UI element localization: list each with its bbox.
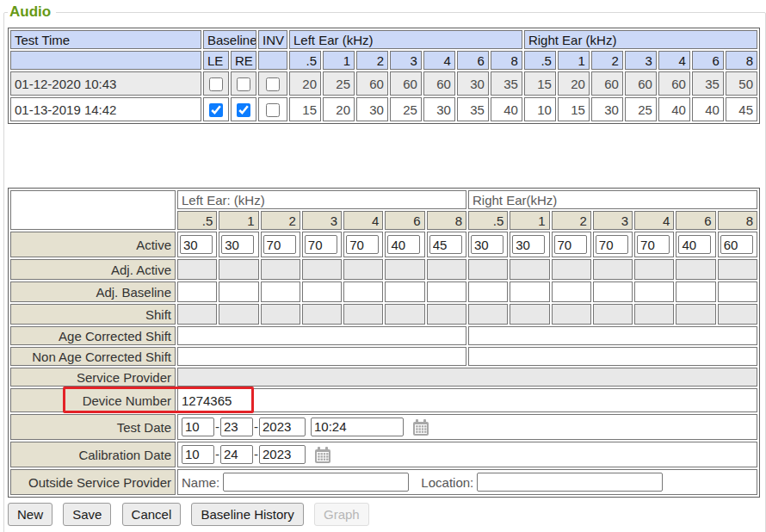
- age-corrected-shift-right-cell: [468, 326, 757, 345]
- baseline-re-checkbox[interactable]: [237, 77, 250, 91]
- active-le-3-input[interactable]: [305, 235, 337, 254]
- active-le-2-input[interactable]: [263, 235, 296, 254]
- active-le-8-input[interactable]: [429, 235, 462, 254]
- threshold-cell: 40: [658, 97, 690, 121]
- service-provider-row: Service Provider: [10, 368, 757, 387]
- adj-active-cell: [385, 259, 424, 280]
- date-separator: -: [254, 419, 258, 434]
- non-age-corrected-shift-label: Non Age Corrected Shift: [10, 347, 176, 366]
- threshold-cell: 25: [390, 97, 422, 121]
- adj-baseline-row-label: Adj. Baseline: [10, 281, 176, 302]
- audio-history-table: Test Time Baseline INV Left Ear (kHz) Ri…: [8, 28, 760, 124]
- adj-active-cell: [302, 259, 342, 280]
- new-button[interactable]: New: [8, 503, 53, 526]
- freq-header-cell: 4: [343, 211, 383, 230]
- outside-service-provider-row: Outside Service Provider Name: Location:: [10, 469, 757, 495]
- active-re-8-input[interactable]: [720, 235, 753, 254]
- threshold-cell: 25: [323, 71, 355, 96]
- graph-button: Graph: [314, 503, 369, 526]
- osp-name-input[interactable]: [223, 473, 409, 492]
- active-le-6-input[interactable]: [387, 235, 420, 254]
- col-right-ear: Right Ear (kHz): [524, 30, 757, 49]
- col-left-ear: Left Ear (kHz): [289, 30, 522, 49]
- adj-active-cell: [676, 259, 715, 280]
- active-row-label: Active: [10, 232, 176, 257]
- active-re-4-input[interactable]: [637, 235, 670, 254]
- calibration-month-input[interactable]: [182, 445, 214, 464]
- inv-checkbox[interactable]: [266, 103, 280, 117]
- adj-baseline-cell: [261, 281, 300, 302]
- baseline-re-checkbox[interactable]: [237, 103, 250, 117]
- history-row[interactable]: 01-12-2020 10:43 20 25 60 60 60 30 35 15…: [10, 71, 757, 96]
- active-re-3-input[interactable]: [596, 235, 628, 254]
- baseline-le-cell: [203, 71, 229, 96]
- freq-header-cell: 1: [558, 51, 590, 70]
- test-date-year-input[interactable]: [259, 418, 306, 436]
- freq-header-cell: .5: [289, 51, 321, 70]
- save-button[interactable]: Save: [63, 503, 111, 526]
- active-re-1-input[interactable]: [512, 235, 545, 254]
- freq-header-cell: 1: [510, 211, 549, 230]
- active-input-cell: [634, 232, 674, 257]
- freq-header-cell: 6: [385, 211, 424, 230]
- freq-header-cell: 3: [593, 211, 633, 230]
- adj-active-cell: [261, 259, 300, 280]
- adj-active-cell: [510, 259, 549, 280]
- calendar-icon[interactable]: [314, 447, 331, 464]
- osp-location-label: Location:: [421, 475, 473, 490]
- shift-cell: [676, 304, 715, 325]
- inv-cell: [258, 97, 287, 121]
- adj-active-cell: [718, 259, 757, 280]
- shift-cell: [177, 304, 217, 325]
- osp-location-input[interactable]: [477, 473, 663, 492]
- adj-active-row: Adj. Active: [10, 259, 757, 280]
- outside-service-provider-value-cell: Name: Location:: [177, 469, 757, 495]
- active-le-4-input[interactable]: [346, 235, 379, 254]
- freq-header-cell: 8: [718, 211, 757, 230]
- threshold-cell: 60: [423, 71, 455, 96]
- active-re-2-input[interactable]: [554, 235, 587, 254]
- calibration-day-input[interactable]: [220, 445, 253, 464]
- threshold-cell: 50: [726, 71, 757, 96]
- calibration-year-input[interactable]: [259, 445, 306, 464]
- active-le-05-input[interactable]: [180, 235, 213, 254]
- active-row: Active: [10, 232, 757, 257]
- baseline-le-checkbox[interactable]: [209, 77, 223, 91]
- active-input-cell: [177, 232, 217, 257]
- date-separator: -: [254, 447, 258, 461]
- age-corrected-shift-row: Age Corrected Shift: [10, 326, 757, 345]
- test-date-value-cell: --: [177, 414, 757, 440]
- active-re-05-input[interactable]: [471, 235, 503, 254]
- cancel-button[interactable]: Cancel: [122, 503, 182, 526]
- adj-active-cell: [593, 259, 633, 280]
- active-input-cell: [261, 232, 300, 257]
- device-number-value[interactable]: 1274365: [177, 388, 757, 412]
- inv-checkbox[interactable]: [266, 77, 280, 91]
- threshold-cell: 15: [289, 97, 321, 121]
- adj-baseline-cell: [302, 281, 342, 302]
- test-date-day-input[interactable]: [220, 418, 253, 436]
- freq-header-cell: .5: [177, 211, 217, 230]
- threshold-cell: 40: [692, 97, 724, 121]
- baseline-le-checkbox[interactable]: [209, 103, 223, 117]
- adj-active-cell: [343, 259, 383, 280]
- threshold-cell: 10: [524, 97, 556, 121]
- active-le-1-input[interactable]: [221, 235, 254, 254]
- freq-header-cell: 3: [390, 51, 422, 70]
- baseline-history-button[interactable]: Baseline History: [191, 503, 303, 526]
- adj-baseline-cell: [385, 281, 424, 302]
- non-age-corrected-shift-row: Non Age Corrected Shift: [10, 347, 757, 366]
- active-re-6-input[interactable]: [678, 235, 711, 254]
- threshold-cell: 35: [692, 71, 724, 96]
- baseline-re-cell: [231, 97, 256, 121]
- active-input-cell: [427, 232, 466, 257]
- test-date-month-input[interactable]: [182, 418, 214, 436]
- test-date-row: Test Date --: [10, 414, 757, 440]
- freq-header-cell: 8: [427, 211, 466, 230]
- test-time-input[interactable]: [311, 418, 404, 436]
- threshold-cell: 25: [625, 97, 657, 121]
- calendar-icon[interactable]: [412, 419, 429, 436]
- freq-header-cell: 2: [356, 51, 388, 70]
- action-button-row: New Save Cancel Baseline History Graph: [8, 503, 762, 526]
- history-row[interactable]: 01-13-2019 14:42 15 20 30 25 30 35 40 10…: [10, 97, 757, 121]
